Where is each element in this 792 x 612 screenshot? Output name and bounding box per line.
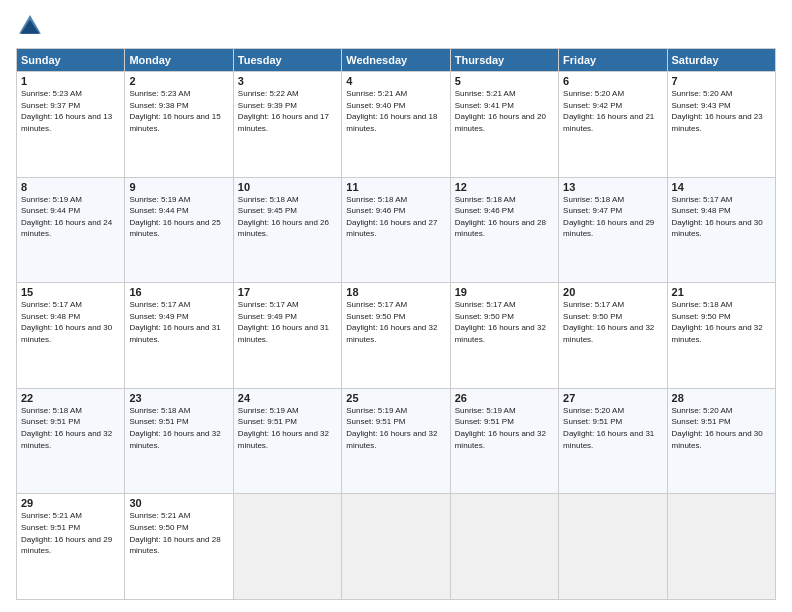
sunrise-value: 5:21 AM [161,511,190,520]
day-number: 26 [455,392,554,404]
sunrise-label: Sunrise: [129,195,161,204]
sunset-label: Sunset: [672,206,701,215]
calendar-day-cell: 23 Sunrise: 5:18 AM Sunset: 9:51 PM Dayl… [125,388,233,494]
daylight-label: Daylight: 16 hours and 26 minutes. [238,218,329,239]
sunrise-label: Sunrise: [129,511,161,520]
day-info: Sunrise: 5:18 AM Sunset: 9:47 PM Dayligh… [563,194,662,240]
daylight-label: Daylight: 16 hours and 31 minutes. [563,429,654,450]
sunset-value: 9:49 PM [267,312,297,321]
day-number: 25 [346,392,445,404]
day-info: Sunrise: 5:20 AM Sunset: 9:51 PM Dayligh… [672,405,771,451]
sunrise-label: Sunrise: [455,195,487,204]
sunset-value: 9:51 PM [592,417,622,426]
sunset-value: 9:42 PM [592,101,622,110]
daylight-label: Daylight: 16 hours and 29 minutes. [563,218,654,239]
sunrise-value: 5:18 AM [161,406,190,415]
day-info: Sunrise: 5:23 AM Sunset: 9:37 PM Dayligh… [21,88,120,134]
day-info: Sunrise: 5:18 AM Sunset: 9:50 PM Dayligh… [672,299,771,345]
calendar-week-row: 29 Sunrise: 5:21 AM Sunset: 9:51 PM Dayl… [17,494,776,600]
calendar-day-cell [559,494,667,600]
sunset-value: 9:46 PM [484,206,514,215]
daylight-label: Daylight: 16 hours and 18 minutes. [346,112,437,133]
day-number: 27 [563,392,662,404]
sunset-label: Sunset: [129,523,158,532]
day-number: 24 [238,392,337,404]
calendar-day-cell [667,494,775,600]
day-info: Sunrise: 5:20 AM Sunset: 9:43 PM Dayligh… [672,88,771,134]
sunrise-value: 5:17 AM [378,300,407,309]
daylight-label: Daylight: 16 hours and 32 minutes. [21,429,112,450]
day-number: 8 [21,181,120,193]
sunrise-label: Sunrise: [21,406,53,415]
sunset-value: 9:43 PM [701,101,731,110]
sunrise-value: 5:21 AM [378,89,407,98]
weekday-header: Monday [125,49,233,72]
calendar-day-cell: 7 Sunrise: 5:20 AM Sunset: 9:43 PM Dayli… [667,72,775,178]
sunrise-value: 5:21 AM [486,89,515,98]
sunset-value: 9:51 PM [376,417,406,426]
logo [16,12,48,40]
day-info: Sunrise: 5:18 AM Sunset: 9:46 PM Dayligh… [455,194,554,240]
weekday-header: Tuesday [233,49,341,72]
sunrise-value: 5:19 AM [53,195,82,204]
weekday-header: Wednesday [342,49,450,72]
day-info: Sunrise: 5:17 AM Sunset: 9:50 PM Dayligh… [563,299,662,345]
calendar-day-cell: 19 Sunrise: 5:17 AM Sunset: 9:50 PM Dayl… [450,283,558,389]
day-info: Sunrise: 5:17 AM Sunset: 9:49 PM Dayligh… [238,299,337,345]
sunrise-value: 5:17 AM [703,195,732,204]
day-number: 9 [129,181,228,193]
sunset-value: 9:44 PM [159,206,189,215]
sunrise-label: Sunrise: [238,89,270,98]
day-info: Sunrise: 5:21 AM Sunset: 9:50 PM Dayligh… [129,510,228,556]
sunrise-value: 5:20 AM [595,406,624,415]
sunrise-label: Sunrise: [563,89,595,98]
header [16,12,776,40]
day-number: 20 [563,286,662,298]
sunrise-value: 5:19 AM [161,195,190,204]
calendar-day-cell: 2 Sunrise: 5:23 AM Sunset: 9:38 PM Dayli… [125,72,233,178]
sunset-label: Sunset: [21,523,50,532]
calendar-day-cell: 4 Sunrise: 5:21 AM Sunset: 9:40 PM Dayli… [342,72,450,178]
calendar-day-cell: 12 Sunrise: 5:18 AM Sunset: 9:46 PM Dayl… [450,177,558,283]
day-number: 21 [672,286,771,298]
day-info: Sunrise: 5:18 AM Sunset: 9:45 PM Dayligh… [238,194,337,240]
sunset-label: Sunset: [346,417,375,426]
daylight-label: Daylight: 16 hours and 32 minutes. [672,323,763,344]
daylight-label: Daylight: 16 hours and 21 minutes. [563,112,654,133]
sunrise-label: Sunrise: [672,195,704,204]
daylight-label: Daylight: 16 hours and 30 minutes. [672,218,763,239]
sunset-label: Sunset: [563,101,592,110]
calendar-day-cell: 3 Sunrise: 5:22 AM Sunset: 9:39 PM Dayli… [233,72,341,178]
sunset-label: Sunset: [238,312,267,321]
day-number: 2 [129,75,228,87]
sunrise-value: 5:23 AM [161,89,190,98]
day-info: Sunrise: 5:18 AM Sunset: 9:51 PM Dayligh… [21,405,120,451]
day-info: Sunrise: 5:19 AM Sunset: 9:44 PM Dayligh… [21,194,120,240]
sunrise-label: Sunrise: [238,300,270,309]
daylight-label: Daylight: 16 hours and 29 minutes. [21,535,112,556]
calendar-week-row: 8 Sunrise: 5:19 AM Sunset: 9:44 PM Dayli… [17,177,776,283]
sunrise-label: Sunrise: [455,406,487,415]
calendar-day-cell: 16 Sunrise: 5:17 AM Sunset: 9:49 PM Dayl… [125,283,233,389]
sunrise-value: 5:19 AM [269,406,298,415]
sunset-value: 9:51 PM [484,417,514,426]
daylight-label: Daylight: 16 hours and 31 minutes. [238,323,329,344]
sunset-value: 9:46 PM [376,206,406,215]
calendar-day-cell: 13 Sunrise: 5:18 AM Sunset: 9:47 PM Dayl… [559,177,667,283]
day-number: 13 [563,181,662,193]
day-number: 17 [238,286,337,298]
sunset-label: Sunset: [346,101,375,110]
sunset-label: Sunset: [21,312,50,321]
sunset-value: 9:50 PM [376,312,406,321]
day-number: 5 [455,75,554,87]
sunrise-value: 5:21 AM [53,511,82,520]
sunrise-value: 5:17 AM [486,300,515,309]
calendar-day-cell: 18 Sunrise: 5:17 AM Sunset: 9:50 PM Dayl… [342,283,450,389]
daylight-label: Daylight: 16 hours and 20 minutes. [455,112,546,133]
daylight-label: Daylight: 16 hours and 31 minutes. [129,323,220,344]
day-number: 11 [346,181,445,193]
daylight-label: Daylight: 16 hours and 32 minutes. [129,429,220,450]
sunset-label: Sunset: [21,417,50,426]
sunrise-value: 5:22 AM [269,89,298,98]
sunrise-value: 5:17 AM [161,300,190,309]
